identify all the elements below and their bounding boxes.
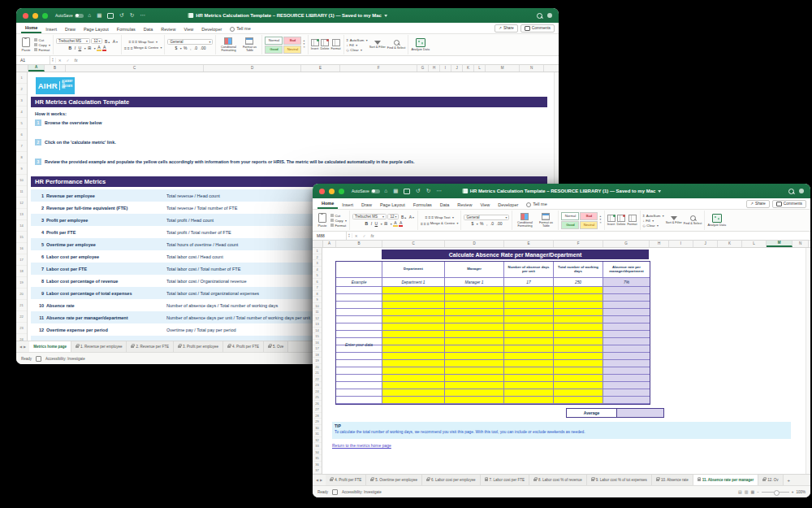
entry-absence-days-cell[interactable]: [504, 389, 554, 397]
entry-department-cell[interactable]: [382, 309, 445, 316]
apps-icon[interactable]: ▦: [97, 13, 102, 19]
row-header[interactable]: 10: [313, 303, 322, 310]
entry-absence-days-cell[interactable]: [504, 323, 554, 331]
style-neutral[interactable]: Neutral: [283, 46, 301, 54]
apps-icon[interactable]: ▦: [393, 189, 398, 194]
row-header[interactable]: 3: [313, 260, 322, 267]
row-header[interactable]: 32: [313, 437, 322, 444]
row-header[interactable]: 25: [313, 394, 322, 401]
row-header[interactable]: 36: [313, 462, 322, 468]
add-sheet-button[interactable]: +: [784, 475, 795, 485]
font-size-select[interactable]: 12▾: [387, 214, 399, 219]
record-macro-icon[interactable]: [332, 489, 338, 495]
home-icon[interactable]: ⌂: [88, 13, 91, 19]
tip-link[interactable]: To calculate the total number of working…: [335, 430, 788, 434]
window-titlebar[interactable]: AutoSave ⌂ ▦ ↺ ↻ ⋯ HR Metrics Calculatio…: [16, 8, 559, 23]
row-header[interactable]: 20: [16, 289, 27, 300]
style-bad[interactable]: Bad: [283, 37, 301, 45]
sheet-tab[interactable]: 9. Labor cost % of tot expenses: [587, 475, 652, 485]
undo-icon[interactable]: ↺: [416, 189, 420, 194]
entry-department-cell[interactable]: [382, 302, 445, 309]
row-header[interactable]: 4: [313, 267, 322, 273]
italic-button[interactable]: I: [74, 46, 76, 50]
cell-name-box[interactable]: M88: [313, 232, 347, 240]
entry-working-days-cell[interactable]: [554, 353, 603, 360]
row-header[interactable]: 14: [16, 220, 27, 232]
row-header[interactable]: 20: [313, 364, 322, 371]
window-titlebar[interactable]: AutoSave ⌂ ▦ ↺ ↻ ⋯ HR Metrics Calculatio…: [313, 184, 810, 198]
row-header[interactable]: 19: [313, 358, 322, 364]
row-header[interactable]: 24: [16, 334, 27, 341]
function-icon[interactable]: fx: [71, 59, 80, 63]
align-center-icon[interactable]: ≡: [424, 221, 425, 226]
entry-working-days-cell[interactable]: [554, 397, 603, 404]
row-header[interactable]: 15: [313, 333, 322, 340]
sheet-tab[interactable]: 4. Profit per FTE: [326, 475, 366, 485]
row-header[interactable]: 8: [313, 291, 322, 297]
ribbon-tab[interactable]: Page Layout: [376, 202, 409, 209]
entry-manager-cell[interactable]: [445, 323, 504, 331]
entry-department-cell[interactable]: [382, 323, 445, 331]
row-header[interactable]: 10: [16, 175, 27, 186]
page-break-view-icon[interactable]: ▦: [750, 489, 754, 494]
cancel-icon[interactable]: ✕: [352, 234, 361, 238]
column-header[interactable]: N: [520, 65, 544, 72]
percent-format-button[interactable]: %: [183, 46, 188, 50]
print-icon[interactable]: [107, 13, 114, 19]
column-header[interactable]: E: [301, 65, 340, 72]
underline-button[interactable]: U: [78, 46, 83, 50]
style-normal[interactable]: Normal: [265, 37, 283, 45]
entry-working-days-cell[interactable]: [554, 338, 603, 345]
row-header[interactable]: 24: [313, 389, 322, 395]
ribbon-tab[interactable]: Review: [157, 27, 179, 33]
row-header[interactable]: 16: [16, 243, 27, 254]
row-header[interactable]: 23: [16, 323, 27, 334]
ribbon-tab[interactable]: Review: [453, 202, 476, 209]
row-header[interactable]: 29: [313, 419, 322, 425]
title-dropdown-chevron[interactable]: [384, 15, 387, 17]
sheet-tab[interactable]: 8. Labor cost % of revenue: [529, 475, 587, 485]
wrap-text-button[interactable]: Wrap Text▾: [138, 40, 158, 44]
insert-cells-button[interactable]: Insert: [607, 215, 615, 226]
profile-icon[interactable]: [799, 189, 804, 193]
title-dropdown-chevron[interactable]: [658, 190, 661, 193]
entry-manager-cell[interactable]: [445, 331, 504, 338]
clear-button[interactable]: ◇Clear▾: [347, 48, 368, 52]
sheet-tab[interactable]: 11. Absence rate per manager: [693, 475, 759, 485]
row-header[interactable]: 37: [313, 467, 322, 474]
accessibility-status[interactable]: Accessibility: Investigate: [342, 490, 382, 494]
select-all-corner[interactable]: [16, 65, 28, 72]
align-middle-icon[interactable]: ≡: [428, 215, 430, 219]
currency-format-button[interactable]: $: [470, 221, 474, 226]
column-header[interactable]: D: [204, 65, 301, 72]
align-bottom-icon[interactable]: ≡: [135, 39, 136, 44]
redo-icon[interactable]: ↻: [130, 13, 134, 19]
italic-button[interactable]: I: [370, 221, 373, 226]
conditional-formatting-button[interactable]: Conditional Formatting: [218, 37, 238, 52]
next-sheet-button[interactable]: ▶: [320, 478, 322, 482]
entry-department-cell[interactable]: [382, 382, 445, 389]
share-button[interactable]: ↗ Share: [746, 200, 770, 208]
zoom-out-button[interactable]: −: [757, 490, 759, 494]
style-good[interactable]: Good: [265, 46, 283, 54]
entry-absence-days-cell[interactable]: [504, 331, 554, 338]
entry-manager-cell[interactable]: [445, 375, 504, 382]
entry-working-days-cell[interactable]: [554, 316, 603, 323]
row-header[interactable]: 33: [313, 443, 322, 449]
row-header[interactable]: 22: [16, 311, 27, 323]
row-header[interactable]: 19: [16, 277, 27, 289]
font-name-select[interactable]: Trebuchet MS▾: [352, 214, 387, 219]
zoom-window-button[interactable]: [42, 13, 48, 19]
row-header[interactable]: 31: [313, 431, 322, 437]
redo-icon[interactable]: ↻: [426, 189, 430, 194]
row-header[interactable]: 12: [16, 198, 27, 209]
paste-button[interactable]: Paste: [19, 37, 32, 52]
entry-manager-cell[interactable]: [445, 316, 504, 323]
sheet-tab[interactable]: Metrics home page: [29, 341, 71, 352]
fill-color-button[interactable]: A: [97, 46, 101, 51]
entry-department-cell[interactable]: [382, 287, 445, 294]
entry-working-days-cell[interactable]: [554, 331, 603, 338]
column-header[interactable]: L: [474, 65, 486, 72]
copy-button[interactable]: Copy▾: [34, 43, 50, 47]
entry-working-days-cell[interactable]: [554, 360, 603, 367]
